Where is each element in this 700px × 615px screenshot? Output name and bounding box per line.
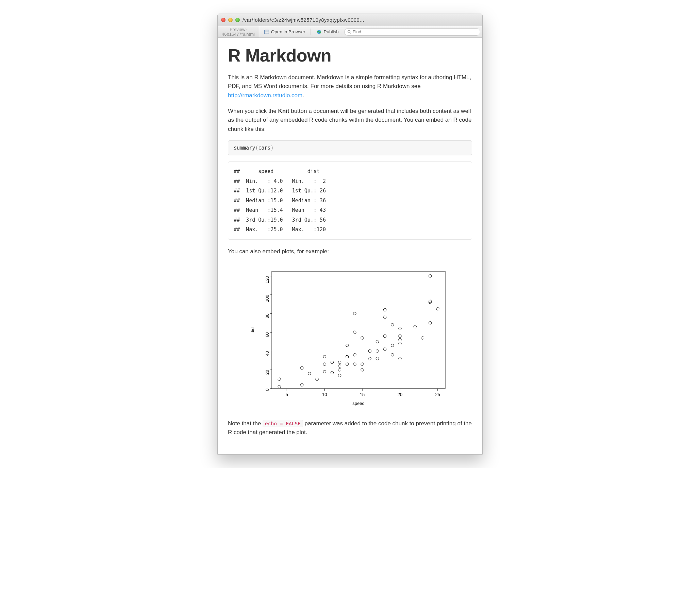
document-body: R Markdown This is an R Markdown documen… xyxy=(218,38,482,454)
svg-point-41 xyxy=(330,371,333,374)
svg-point-57 xyxy=(361,336,364,339)
titlebar: /var/folders/c3/z24wjmw525710y8yxqtyplxw… xyxy=(218,14,482,26)
open-in-browser-button[interactable]: Open in Browser xyxy=(261,28,308,36)
svg-point-53 xyxy=(353,331,356,333)
svg-point-62 xyxy=(376,340,378,343)
svg-rect-5 xyxy=(272,271,445,388)
svg-point-69 xyxy=(391,323,394,326)
svg-point-49 xyxy=(346,355,349,358)
svg-point-63 xyxy=(383,348,386,350)
svg-line-4 xyxy=(350,33,351,34)
svg-point-74 xyxy=(399,327,401,330)
svg-point-39 xyxy=(323,363,326,366)
svg-text:100: 100 xyxy=(265,295,270,302)
svg-point-66 xyxy=(383,308,386,311)
svg-text:25: 25 xyxy=(435,392,440,397)
svg-point-61 xyxy=(376,349,378,352)
toolbar-divider xyxy=(311,28,311,35)
svg-point-65 xyxy=(383,316,386,319)
svg-point-40 xyxy=(323,355,326,358)
svg-point-34 xyxy=(300,384,303,386)
svg-text:speed: speed xyxy=(352,401,364,406)
intro-paragraph: This is an R Markdown document. Markdown… xyxy=(228,73,472,100)
preview-window: /var/folders/c3/z24wjmw525710y8yxqtyplxw… xyxy=(217,14,483,454)
publish-label: Publish xyxy=(324,29,338,34)
svg-point-37 xyxy=(316,378,318,381)
plots-paragraph: You can also embed plots, for example: xyxy=(228,247,472,256)
search-icon xyxy=(347,30,351,34)
file-tab[interactable]: Preview- 46b15477f8.html xyxy=(218,26,259,37)
svg-point-44 xyxy=(338,369,341,371)
publish-button[interactable]: Publish xyxy=(314,28,341,36)
echo-false-code: echo = FALSE xyxy=(263,420,303,427)
svg-point-60 xyxy=(376,357,378,360)
svg-point-76 xyxy=(421,336,424,339)
svg-text:40: 40 xyxy=(265,351,270,356)
globe-icon xyxy=(316,29,322,35)
file-tab-line2: 46b15477f8.html xyxy=(222,32,255,37)
minimize-icon[interactable] xyxy=(228,18,233,22)
svg-point-45 xyxy=(338,364,341,367)
svg-point-55 xyxy=(361,369,364,371)
svg-point-35 xyxy=(300,367,303,369)
knit-paragraph: When you click the Knit button a documen… xyxy=(228,107,472,133)
svg-point-71 xyxy=(399,342,401,345)
page-title: R Markdown xyxy=(228,45,472,66)
svg-point-50 xyxy=(346,344,349,347)
svg-point-68 xyxy=(391,344,394,347)
svg-point-64 xyxy=(383,334,386,337)
svg-point-59 xyxy=(368,349,371,352)
svg-text:dist: dist xyxy=(250,326,255,333)
svg-point-67 xyxy=(391,353,394,356)
svg-rect-0 xyxy=(264,30,269,34)
svg-point-38 xyxy=(323,370,326,373)
toolbar: Preview- 46b15477f8.html Open in Browser… xyxy=(218,26,482,38)
svg-text:120: 120 xyxy=(265,276,270,283)
svg-point-70 xyxy=(399,357,401,360)
code-arg: cars xyxy=(258,145,271,151)
code-fn: summary xyxy=(234,145,255,151)
svg-point-58 xyxy=(368,357,371,360)
svg-point-43 xyxy=(338,374,341,377)
svg-point-46 xyxy=(338,361,341,363)
rmarkdown-link[interactable]: http://rmarkdown.rstudio.com xyxy=(228,92,302,99)
search-input[interactable] xyxy=(353,29,477,34)
knit-word: Knit xyxy=(278,108,289,114)
svg-point-54 xyxy=(353,312,356,315)
svg-point-42 xyxy=(330,361,333,363)
svg-point-81 xyxy=(436,307,439,310)
zoom-icon[interactable] xyxy=(235,18,240,22)
svg-text:20: 20 xyxy=(398,392,402,397)
svg-point-32 xyxy=(278,385,280,388)
browser-icon xyxy=(264,29,270,35)
svg-text:60: 60 xyxy=(265,332,270,337)
code-chunk: summary(cars) xyxy=(228,140,472,155)
svg-point-52 xyxy=(353,353,356,356)
svg-point-73 xyxy=(399,334,401,337)
svg-point-72 xyxy=(399,338,401,341)
svg-text:0: 0 xyxy=(265,388,270,391)
traffic-lights xyxy=(221,18,240,22)
svg-text:15: 15 xyxy=(360,392,365,397)
svg-point-36 xyxy=(308,372,311,375)
svg-text:5: 5 xyxy=(286,392,288,397)
file-tab-line1: Preview- xyxy=(222,27,255,32)
scatter-plot: 510152025020406080100120speeddist xyxy=(228,266,472,409)
svg-text:20: 20 xyxy=(265,370,270,375)
svg-point-80 xyxy=(428,275,431,278)
search-field[interactable] xyxy=(344,28,480,36)
close-icon[interactable] xyxy=(221,18,225,22)
svg-point-33 xyxy=(278,378,280,381)
svg-point-51 xyxy=(353,363,356,366)
echo-note-paragraph: Note that the echo = FALSE parameter was… xyxy=(228,419,472,437)
svg-point-77 xyxy=(428,322,431,324)
svg-point-3 xyxy=(348,30,350,33)
code-output: ## speed dist ## Min. : 4.0 Min. : 2 ## … xyxy=(228,162,472,240)
svg-point-75 xyxy=(414,325,416,328)
open-in-browser-label: Open in Browser xyxy=(271,29,305,34)
svg-text:10: 10 xyxy=(322,392,327,397)
svg-point-56 xyxy=(361,363,364,366)
svg-point-47 xyxy=(346,363,349,366)
window-title: /var/folders/c3/z24wjmw525710y8yxqtyplxw… xyxy=(242,17,479,23)
svg-text:80: 80 xyxy=(265,313,270,318)
